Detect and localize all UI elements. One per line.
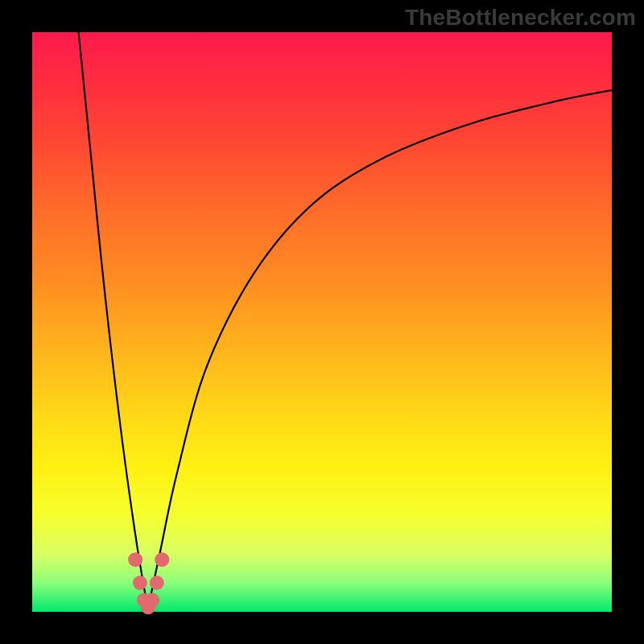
- chart-frame: TheBottlenecker.com: [0, 0, 644, 644]
- marker-dot: [128, 552, 142, 567]
- left-branch-line: [79, 32, 146, 594]
- plot-area: [32, 32, 612, 612]
- minimum-marker-dots: [128, 552, 169, 614]
- watermark-text: TheBottlenecker.com: [405, 5, 636, 31]
- marker-dot: [145, 593, 159, 608]
- chart-svg: [32, 32, 612, 612]
- right-branch-line: [151, 90, 612, 594]
- marker-dot: [155, 552, 169, 567]
- marker-dot: [150, 576, 164, 590]
- marker-dot: [133, 576, 147, 590]
